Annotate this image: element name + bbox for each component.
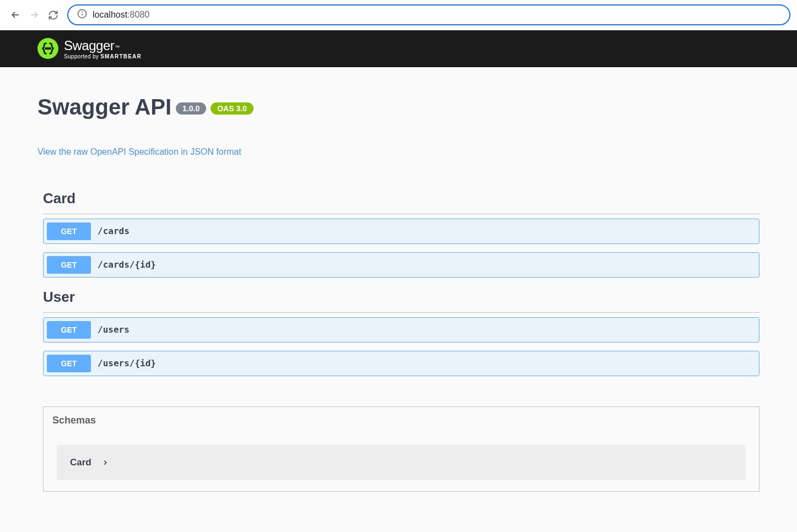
forward-button[interactable]: [29, 9, 40, 20]
svg-point-3: [46, 48, 47, 49]
tag-title[interactable]: Card: [43, 190, 760, 214]
info-icon: [77, 9, 87, 21]
browser-toolbar: localhost:8080: [0, 0, 797, 30]
nav-buttons-group: [7, 9, 62, 20]
method-badge: GET: [47, 321, 91, 339]
operation-path: /users: [98, 324, 130, 335]
method-badge: GET: [47, 222, 91, 240]
operation-get-users-id[interactable]: GET /users/{id}: [43, 351, 760, 376]
svg-point-4: [47, 48, 49, 49]
api-title: Swagger API: [37, 95, 171, 120]
method-badge: GET: [47, 355, 91, 372]
operation-path: /users/{id}: [98, 358, 156, 368]
operation-path: /cards: [98, 226, 130, 236]
operation-get-cards-id[interactable]: GET /cards/{id}: [43, 252, 760, 278]
tag-section-user: User GET /users GET /users/{id}: [43, 289, 760, 376]
schema-item-card[interactable]: Card: [57, 445, 746, 480]
version-badge: 1.0.0: [176, 102, 206, 115]
tag-title[interactable]: User: [43, 289, 760, 313]
swagger-logo-icon: [37, 38, 58, 59]
url-text: localhost:8080: [93, 10, 149, 20]
schemas-title[interactable]: Schemas: [44, 407, 759, 434]
logo-subtitle: Supported by SMARTBEAR: [64, 53, 142, 59]
address-bar[interactable]: localhost:8080: [67, 4, 790, 25]
reload-button[interactable]: [47, 9, 58, 20]
method-badge: GET: [47, 256, 91, 274]
swagger-header: Swagger™ Supported by SMARTBEAR: [0, 30, 797, 67]
logo-text-group: Swagger™ Supported by SMARTBEAR: [64, 38, 142, 59]
main-content: Swagger API 1.0.0 OAS 3.0 View the raw O…: [7, 67, 790, 492]
operation-get-users[interactable]: GET /users: [43, 317, 760, 343]
back-button[interactable]: [10, 9, 21, 20]
swagger-logo[interactable]: Swagger™ Supported by SMARTBEAR: [7, 38, 790, 59]
svg-point-5: [50, 48, 51, 49]
spec-link[interactable]: View the raw OpenAPI Specification in JS…: [37, 147, 241, 157]
logo-title: Swagger™: [64, 38, 142, 55]
tag-section-card: Card GET /cards GET /cards/{id}: [43, 190, 760, 278]
oas-badge: OAS 3.0: [211, 102, 254, 115]
operation-path: /cards/{id}: [98, 259, 156, 270]
schemas-section: Schemas Card: [43, 406, 760, 492]
svg-point-2: [82, 12, 83, 13]
chevron-right-icon: [101, 459, 109, 466]
tags-container: Card GET /cards GET /cards/{id} User GET…: [37, 190, 760, 492]
api-header: Swagger API 1.0.0 OAS 3.0: [37, 95, 760, 120]
operation-get-cards[interactable]: GET /cards: [43, 219, 760, 244]
schema-name: Card: [70, 457, 91, 468]
